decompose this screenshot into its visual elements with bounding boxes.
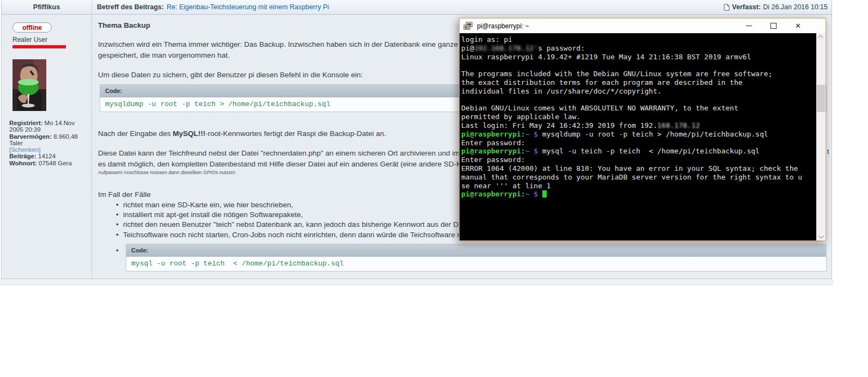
terminal-cursor xyxy=(542,190,547,197)
terminal-line: pi@192.168.178.12's password: xyxy=(461,44,816,53)
terminal-text: the exact distribution terms for each pr… xyxy=(461,78,743,86)
minimize-icon xyxy=(746,26,752,26)
terminal-line: manual that corresponds to your MariaDB … xyxy=(461,173,816,182)
close-button[interactable]: ✕ xyxy=(786,18,810,33)
list-item-code: • Code: mysql -u root -p teich < /home/p… xyxy=(98,244,829,271)
putty-icon xyxy=(463,22,473,30)
code-block-content: mysql -u root -p teich < /home/pi/teichb… xyxy=(126,257,826,271)
terminal-line: se near ''' at line 1 xyxy=(461,182,816,190)
terminal-text: $ xyxy=(534,147,538,155)
terminal-text: permitted by applicable law. xyxy=(461,113,580,121)
user-field-label: Registriert: xyxy=(9,120,42,126)
sidebar: offline Realer User Registriert: Mo 14.N… xyxy=(2,15,92,279)
window-title: pi@raspberrypi: ~ xyxy=(477,22,529,30)
user-field: Registriert: Mo 14.Nov 2005 20:39 xyxy=(9,120,89,133)
user-field-label: Barvermögen: xyxy=(9,133,52,140)
user-field-value: 14124 xyxy=(38,153,56,159)
terminal-text: Debian GNU/Linux comes with ABSOLUTELY N… xyxy=(461,104,738,112)
schenken-link[interactable]: [Schenken] xyxy=(9,146,41,153)
terminal-text: pi@raspberrypi xyxy=(461,130,521,138)
terminal-text: s password: xyxy=(538,44,585,52)
terminal-line: The programs included with the Debian GN… xyxy=(461,70,816,78)
page-bottom-strip xyxy=(0,279,833,285)
maximize-icon xyxy=(771,23,777,29)
terminal-line xyxy=(461,96,816,104)
terminal-scrollbar[interactable] xyxy=(816,33,826,240)
terminal-text: se near ''' at line 1 xyxy=(461,182,551,190)
paragraph-overflow-fragment: t xyxy=(827,147,829,156)
terminal-text: 192.168.178.12' xyxy=(474,44,537,52)
terminal-text: manual that corresponds to your MariaDB … xyxy=(461,173,802,181)
terminal-text: $ xyxy=(534,130,538,138)
user-field: Barvermögen: 8.960,48 Taler xyxy=(9,133,89,147)
terminal-line: pi@raspberrypi:~ $ xyxy=(461,190,816,199)
terminal-text xyxy=(529,190,534,198)
user-rank: Realer User xyxy=(13,36,47,44)
terminal-line: Enter password: xyxy=(461,156,816,164)
code-block-2: Code: mysql -u root -p teich < /home/pi/… xyxy=(126,244,827,271)
window-controls: ✕ xyxy=(737,18,810,33)
terminal-line: individual files in /usr/share/doc/*/cop… xyxy=(461,87,816,96)
terminal-text: mysql -u teich -p teich < /home/pi/teich… xyxy=(538,147,760,155)
terminal-line: the exact distribution terms for each pr… xyxy=(461,78,816,87)
posted-label: Verfasst: xyxy=(732,3,761,11)
terminal-line: ERROR 1064 (42000) at line 810: You have… xyxy=(461,164,816,173)
terminal-text: mysqldump -u root -p teich > /home/pi/te… xyxy=(538,130,768,138)
terminal-line: pi@raspberrypi:~ $ mysqldump -u root -p … xyxy=(461,130,816,139)
putty-titlebar[interactable]: pi@raspberrypi: ~ ✕ xyxy=(460,18,826,33)
scroll-up-button[interactable] xyxy=(816,33,826,41)
user-field: [Schenken] xyxy=(9,146,89,153)
terminal-line: login as: pi xyxy=(461,35,816,44)
terminal-text: The programs included with the Debian GN… xyxy=(461,70,772,78)
post-header: Pfiffikus Betreff des Beitrags: Re: Eige… xyxy=(2,0,832,15)
putty-window: pi@raspberrypi: ~ ✕ login as: pipi@192.1… xyxy=(459,18,826,241)
terminal-text: login as: pi xyxy=(461,35,512,44)
subject-cell: Betreff des Beitrags: Re: Eigenbau-Teich… xyxy=(91,0,724,14)
terminal-line: Debian GNU/Linux comes with ABSOLUTELY N… xyxy=(461,104,816,113)
offline-status-badge: offline xyxy=(13,22,52,33)
terminal-text: individual files in /usr/share/doc/*/cop… xyxy=(461,87,662,95)
terminal-text: pi@raspberrypi xyxy=(461,147,521,155)
post-author: Pfiffikus xyxy=(2,3,91,11)
user-field: Wohnort: 07548 Gera xyxy=(9,160,89,166)
scrollbar-thumb[interactable] xyxy=(817,85,825,112)
terminal-text: pi@ xyxy=(461,44,474,52)
terminal-text: ERROR 1064 (42000) at line 810: You have… xyxy=(461,164,798,172)
page-icon xyxy=(724,4,730,11)
terminal-line: Last login: Fri May 24 16:42:39 2019 fro… xyxy=(461,121,816,130)
user-field-label: Wohnort: xyxy=(9,160,37,166)
minimize-button[interactable] xyxy=(737,18,761,33)
terminal-line: pi@raspberrypi:~ $ mysql -u teich -p tei… xyxy=(461,147,816,156)
subject-label: Betreff des Beitrags: xyxy=(97,3,164,11)
terminal-text: Enter password: xyxy=(461,156,525,164)
posted-cell: Verfasst: Di 26.Jan 2016 10:15 xyxy=(724,3,832,11)
subject-link[interactable]: Re: Eigenbau-Teichsteuerung mit einem Ra… xyxy=(167,3,329,11)
paragraph-text: Nach der Eingabe des xyxy=(98,129,173,138)
terminal-line: permitted by applicable law. xyxy=(461,113,816,121)
rank-bar xyxy=(13,45,66,48)
user-avatar xyxy=(13,59,46,111)
scroll-down-button[interactable] xyxy=(816,232,826,240)
user-field-value: 07548 Gera xyxy=(39,160,72,166)
terminal-output[interactable]: login as: pipi@192.168.178.12's password… xyxy=(460,33,816,240)
terminal-text xyxy=(529,130,534,138)
terminal-text: $ xyxy=(534,190,538,198)
close-icon: ✕ xyxy=(795,22,801,29)
scroll-up-icon xyxy=(818,35,823,40)
user-fields: Registriert: Mo 14.Nov 2005 20:39Barverm… xyxy=(9,120,89,166)
terminal-text: 168.178.12 xyxy=(657,121,700,129)
offline-status-label: offline xyxy=(22,24,42,32)
terminal-text: Linux raspberrypi 4.19.42+ #1219 Tue May… xyxy=(461,53,751,61)
terminal-line: Linux raspberrypi 4.19.42+ #1219 Tue May… xyxy=(461,53,816,61)
terminal-line: Enter password: xyxy=(461,139,816,147)
terminal-text xyxy=(538,190,542,198)
terminal-text: pi@raspberrypi xyxy=(461,190,521,198)
terminal-text xyxy=(529,147,534,155)
scroll-down-icon xyxy=(818,233,824,239)
page: Pfiffikus Betreff des Beitrags: Re: Eige… xyxy=(0,0,868,377)
terminal-body: login as: pipi@192.168.178.12's password… xyxy=(460,33,826,240)
user-field-label: Beiträge: xyxy=(9,153,36,159)
maximize-button[interactable] xyxy=(761,18,786,33)
terminal-text: Last login: Fri May 24 16:42:39 2019 fro… xyxy=(461,121,657,129)
paragraph-text: -root-Kennwortes fertigt der Raspi die B… xyxy=(205,129,386,138)
